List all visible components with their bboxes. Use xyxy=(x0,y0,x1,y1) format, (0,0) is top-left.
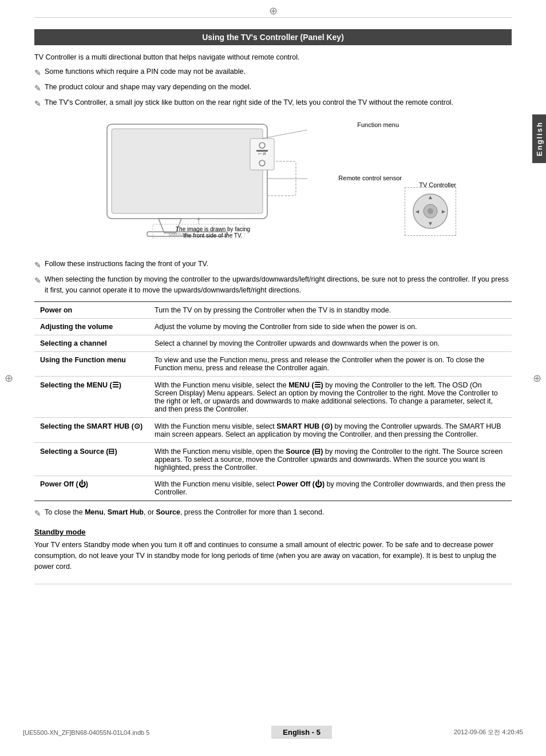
table-label-7: Power Off (⏻) xyxy=(34,476,149,501)
svg-text:◄: ◄ xyxy=(414,208,420,215)
svg-text:►: ► xyxy=(441,208,446,215)
footer-center: English - 5 xyxy=(271,726,332,739)
reg-mark-right: ⊕ xyxy=(533,372,541,385)
table-row: Power Off (⏻)With the Function menu visi… xyxy=(34,476,512,501)
page-footer: [UE5500-XN_ZF]BN68-04055N-01L04.indb 5 E… xyxy=(0,726,546,739)
side-english-tab: English xyxy=(532,114,546,163)
note-item-2: ✎ The product colour and shape may vary … xyxy=(34,82,512,94)
table-row: Adjusting the volumeAdjust the volume by… xyxy=(34,319,512,335)
table-row: Power onTurn the TV on by pressing the C… xyxy=(34,302,512,319)
diagram-note-2: ✎ When selecting the function by moving … xyxy=(34,274,512,296)
diagram-wrapper: SAMSUNG ↩ ⇌ xyxy=(34,118,512,250)
diagram-notes: ✎ Follow these instructions facing the f… xyxy=(34,259,512,296)
intro-main-text: TV Controller is a multi directional but… xyxy=(34,52,512,63)
note-icon-2: ✎ xyxy=(34,82,41,94)
svg-text:▲: ▲ xyxy=(428,194,433,200)
note-item-3: ✎ The TV's Controller, a small joy stick… xyxy=(34,97,512,110)
table-label-0: Power on xyxy=(34,302,149,319)
table-label-3: Using the Function menu xyxy=(34,352,149,377)
image-note: The image is drawn by facing the front s… xyxy=(176,226,250,239)
close-note: ✎ To close the Menu, Smart Hub, or Sourc… xyxy=(34,507,512,520)
bottom-border xyxy=(34,584,512,584)
page-container: ⊕ ⊕ ⊕ English Using the TV's Controller … xyxy=(0,0,546,756)
close-note-icon: ✎ xyxy=(34,508,41,520)
table-row: Selecting a Source (⊟)With the Function … xyxy=(34,443,512,476)
footer-left: [UE5500-XN_ZF]BN68-04055N-01L04.indb 5 xyxy=(23,729,149,736)
reg-mark-top: ⊕ xyxy=(269,5,278,17)
table-row: Using the Function menuTo view and use t… xyxy=(34,352,512,377)
svg-point-17 xyxy=(428,208,433,214)
table-desc-6: With the Function menu visible, open the… xyxy=(149,443,512,476)
section-title: Using the TV's Controller (Panel Key) xyxy=(34,29,512,45)
tv-illustration: SAMSUNG ↩ ⇌ xyxy=(90,118,307,239)
reg-mark-left: ⊕ xyxy=(5,372,13,385)
diagram-note-1: ✎ Follow these instructions facing the f… xyxy=(34,259,512,271)
diagram-note-icon-2: ✎ xyxy=(34,275,41,287)
controller-svg: ▲ ▼ ◄ ► xyxy=(410,191,450,231)
table-label-6: Selecting a Source (⊟) xyxy=(34,443,149,476)
table-label-4: Selecting the MENU (☰) xyxy=(34,377,149,418)
table-label-5: Selecting the SMART HUB (⊙) xyxy=(34,418,149,443)
note-text-2: The product colour and shape may vary de… xyxy=(45,82,251,93)
table-desc-1: Adjust the volume by moving the Controll… xyxy=(149,319,512,335)
table-desc-4: With the Function menu visible, select t… xyxy=(149,377,512,418)
note-icon-1: ✎ xyxy=(34,67,41,79)
table-desc-0: Turn the TV on by pressing the Controlle… xyxy=(149,302,512,319)
table-label-2: Selecting a channel xyxy=(34,335,149,352)
svg-text:↩ ⇌: ↩ ⇌ xyxy=(258,152,266,156)
table-label-1: Adjusting the volume xyxy=(34,319,149,335)
table-row: Selecting the MENU (☰)With the Function … xyxy=(34,377,512,418)
diagram-note-icon-1: ✎ xyxy=(34,259,41,271)
notes-list: ✎ Some functions which require a PIN cod… xyxy=(34,66,512,110)
tv-controller-diagram: ▲ ▼ ◄ ► xyxy=(405,187,456,236)
note-text-3: The TV's Controller, a small joy stick l… xyxy=(45,97,453,108)
svg-line-11 xyxy=(262,130,307,138)
table-desc-2: Select a channel by moving the Controlle… xyxy=(149,335,512,352)
image-note-line2: the front side of the TV. xyxy=(184,232,243,239)
image-note-line1: The image is drawn by facing xyxy=(176,226,250,232)
callout-tv-controller-label: TV Controller xyxy=(419,181,456,188)
close-note-text: To close the Menu, Smart Hub, or Source,… xyxy=(45,507,324,518)
footer-right: 2012-09-06 오전 4:20:45 xyxy=(454,728,523,737)
diagram: SAMSUNG ↩ ⇌ xyxy=(90,118,456,250)
diagram-note-text-1: Follow these instructions facing the fro… xyxy=(45,259,208,270)
note-icon-3: ✎ xyxy=(34,98,41,110)
callout-function-label: Function menu xyxy=(357,121,399,128)
table-row: Selecting a channelSelect a channel by m… xyxy=(34,335,512,352)
standby-heading: Standby mode xyxy=(34,528,512,536)
top-border xyxy=(34,17,512,18)
note-text-1: Some functions which require a PIN code … xyxy=(45,66,246,77)
table-row: Selecting the SMART HUB (⊙)With the Func… xyxy=(34,418,512,443)
table-desc-3: To view and use the Function menu, press… xyxy=(149,352,512,377)
table-desc-7: With the Function menu visible, select P… xyxy=(149,476,512,501)
diagram-note-text-2: When selecting the function by moving th… xyxy=(45,274,512,296)
note-item-1: ✎ Some functions which require a PIN cod… xyxy=(34,66,512,79)
svg-text:▼: ▼ xyxy=(428,220,433,227)
svg-rect-1 xyxy=(112,129,263,213)
standby-text: Your TV enters Standby mode when you tur… xyxy=(34,540,512,572)
callout-remote-label: Remote control sensor xyxy=(338,175,402,181)
table-desc-5: With the Function menu visible, select S… xyxy=(149,418,512,443)
info-table: Power onTurn the TV on by pressing the C… xyxy=(34,301,512,501)
